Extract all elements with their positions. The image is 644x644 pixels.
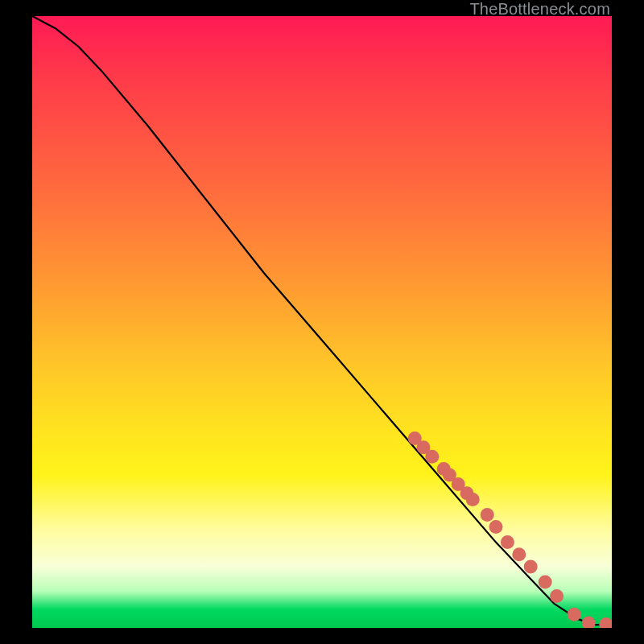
- highlight-marker: [539, 576, 552, 589]
- highlight-marker: [489, 520, 503, 534]
- highlight-marker: [550, 589, 564, 603]
- highlight-marker: [582, 616, 596, 628]
- highlight-marker: [524, 560, 538, 574]
- curve-path: [32, 16, 612, 625]
- chart-overlay: [32, 16, 612, 628]
- highlight-marker: [568, 608, 581, 621]
- chart-plot-area: [32, 16, 612, 628]
- highlight-marker: [599, 617, 612, 628]
- highlight-marker: [466, 493, 480, 506]
- highlight-marker: [481, 508, 494, 522]
- highlight-marker: [512, 547, 526, 561]
- highlight-marker: [501, 535, 514, 549]
- chart-frame: TheBottleneck.com: [0, 0, 644, 644]
- highlight-marker: [425, 450, 439, 464]
